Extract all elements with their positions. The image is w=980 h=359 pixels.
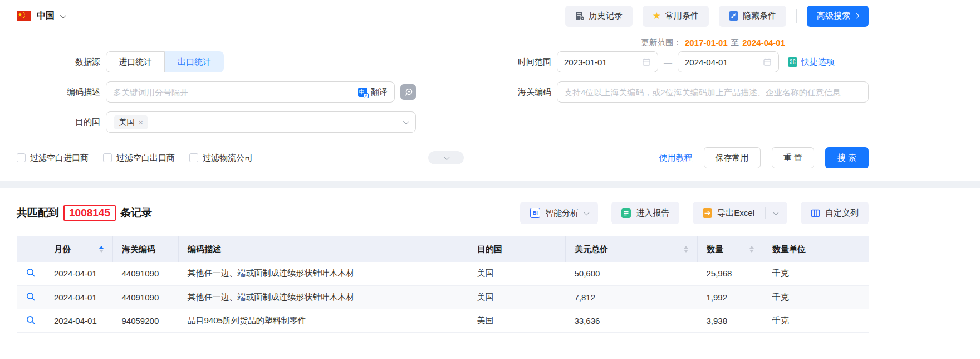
cell-month: 2024-04-01 (45, 262, 113, 285)
summary-prefix: 共匹配到 (17, 206, 59, 220)
cell-usd-total: 7,812 (566, 285, 698, 309)
command-icon: ⌘ (788, 57, 797, 67)
row-detail-button[interactable] (17, 285, 45, 309)
cell-code-desc: 品目9405所列货品的塑料制零件 (179, 309, 468, 332)
hs-code-label: 海关编码 (507, 87, 551, 98)
cell-destination: 美国 (468, 262, 566, 285)
cell-qty-unit: 千克 (763, 309, 869, 332)
update-range-end: 2024-04-01 (742, 38, 785, 47)
destination-select[interactable]: 美国 × (106, 111, 416, 133)
sort-asc-icon[interactable] (749, 246, 754, 249)
header-code-desc: 编码描述 (179, 236, 468, 262)
export-excel-label: 导出Excel (717, 208, 754, 219)
custom-columns-label: 自定义列 (825, 208, 859, 219)
checkbox-label: 过滤空白出口商 (116, 153, 175, 163)
save-conditions-button[interactable]: 保存常用 (704, 147, 761, 168)
cell-usd-total: 33,636 (566, 309, 698, 332)
record-count: 1008145 (63, 205, 116, 221)
sort-control[interactable] (684, 246, 688, 253)
update-range: 更新范围： 2017-01-01 至 2024-04-01 (17, 36, 869, 49)
top-bar: 中国 历史记录 ★ 常用条件 隐藏条件 (0, 0, 980, 32)
chevron-down-icon (403, 118, 409, 124)
history-button[interactable]: 历史记录 (565, 6, 633, 27)
tab-export-stats[interactable]: 出口统计 (165, 51, 224, 72)
cell-hs-code: 44091090 (113, 262, 179, 285)
history-icon (575, 11, 585, 21)
header-usd-total[interactable]: 美元总价 (566, 236, 698, 262)
chevron-down-icon (584, 209, 590, 215)
filter-logistics-checkbox[interactable]: 过滤物流公司 (189, 153, 253, 163)
advanced-search-label: 高级搜索 (817, 11, 850, 21)
start-date-input[interactable]: 2023-01-01 (557, 51, 658, 72)
end-date-value: 2024-04-01 (685, 57, 758, 67)
sort-desc-icon[interactable] (749, 250, 754, 253)
translate-label: 翻译 (371, 87, 388, 98)
star-icon: ★ (653, 11, 661, 21)
tutorial-link[interactable]: 使用教程 (659, 153, 693, 163)
cell-hs-code: 94059200 (113, 309, 179, 332)
filter-blank-exporter-checkbox[interactable]: 过滤空白出口商 (103, 153, 175, 163)
sort-control[interactable] (749, 246, 754, 253)
cell-month: 2024-04-01 (45, 309, 113, 332)
sort-asc-icon[interactable] (684, 246, 688, 249)
results-table: 月份 海关编码 编码描述 目的国 美元总价 (17, 236, 869, 333)
enter-report-button[interactable]: 进入报告 (611, 202, 679, 224)
country-selector[interactable]: 中国 (17, 10, 65, 22)
row-detail-button[interactable] (17, 262, 45, 285)
date-range-dash: — (664, 57, 672, 67)
update-range-start: 2017-01-01 (685, 38, 728, 47)
calendar-icon (763, 57, 772, 66)
checkbox-icon (17, 153, 26, 162)
hs-code-input[interactable] (564, 88, 861, 97)
search-button[interactable]: 搜 索 (825, 147, 869, 168)
quick-options-link[interactable]: ⌘ 快捷选项 (788, 57, 835, 67)
code-desc-input[interactable] (113, 88, 358, 97)
results-summary: 共匹配到 1008145 条记录 (17, 205, 152, 221)
quick-options-label: 快捷选项 (801, 57, 835, 67)
table-row: 2024-04-01 94059200 品目9405所列货品的塑料制零件 美国 … (17, 309, 869, 332)
advanced-search-button[interactable]: 高级搜索 (807, 6, 869, 27)
sort-desc-icon[interactable] (684, 250, 688, 253)
chevron-down-icon[interactable] (773, 209, 779, 215)
history-label: 历史记录 (589, 11, 623, 21)
sort-desc-icon[interactable] (99, 250, 104, 253)
chevron-down-icon (444, 154, 450, 160)
filter-blank-importer-checkbox[interactable]: 过滤空白进口商 (17, 153, 89, 163)
magnifier-icon (26, 292, 36, 302)
reset-button[interactable]: 重 置 (772, 147, 814, 168)
custom-columns-button[interactable]: 自定义列 (801, 202, 869, 224)
cell-quantity: 3,938 (698, 309, 763, 332)
sort-control[interactable] (99, 246, 104, 253)
sort-asc-icon[interactable] (99, 246, 104, 249)
cell-destination: 美国 (468, 309, 566, 332)
smart-analysis-label: 智能分析 (545, 208, 579, 219)
hide-conditions-label: 隐藏条件 (743, 11, 776, 21)
button-divider (765, 207, 766, 219)
cell-destination: 美国 (468, 285, 566, 309)
export-excel-button[interactable]: 导出Excel (693, 202, 787, 224)
time-range-label: 时间范围 (507, 57, 551, 67)
table-row: 2024-04-01 44091090 其他任一边、端或面制成连续形状针叶木木材… (17, 262, 869, 285)
hide-conditions-button[interactable]: 隐藏条件 (719, 6, 786, 27)
tab-import-stats[interactable]: 进口统计 (106, 51, 165, 72)
cell-quantity: 1,992 (698, 285, 763, 309)
tag-close-icon[interactable]: × (139, 119, 143, 126)
calendar-icon (642, 57, 651, 66)
filter-panel: 更新范围： 2017-01-01 至 2024-04-01 数据源 进口统计 出… (0, 32, 980, 181)
table-row: 2024-04-01 44091090 其他任一边、端或面制成连续形状针叶木木材… (17, 285, 869, 309)
cell-hs-code: 44091090 (113, 285, 179, 309)
favorites-button[interactable]: ★ 常用条件 (643, 6, 709, 27)
code-desc-label: 编码描述 (17, 87, 100, 98)
checkbox-label: 过滤物流公司 (203, 153, 253, 163)
chevron-down-icon (60, 12, 66, 18)
end-date-input[interactable]: 2024-04-01 (678, 51, 779, 72)
expand-filters-button[interactable] (428, 151, 464, 164)
smart-analysis-button[interactable]: BI 智能分析 (520, 202, 598, 224)
enter-report-label: 进入报告 (636, 208, 669, 219)
row-detail-button[interactable] (17, 309, 45, 332)
header-month[interactable]: 月份 (45, 236, 113, 262)
exact-match-button[interactable] (400, 84, 416, 100)
translate-button[interactable]: 中 A 翻译 (358, 87, 388, 98)
cell-code-desc: 其他任一边、端或面制成连续形状针叶木木材 (179, 285, 468, 309)
header-quantity[interactable]: 数量 (698, 236, 763, 262)
